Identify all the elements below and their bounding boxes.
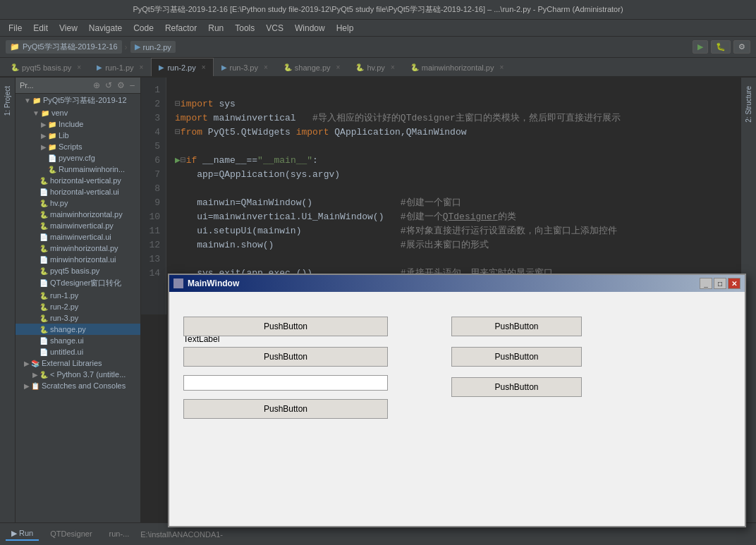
tab-run2[interactable]: ▶ run-2.py × [151, 58, 213, 76]
menu-edit[interactable]: Edit [28, 22, 54, 35]
dialog-title-icon [173, 278, 183, 288]
tree-run3[interactable]: ▶ 🐍 run-3.py [16, 312, 140, 324]
menu-code[interactable]: Code [128, 22, 159, 35]
file-icon-minwinhorizontal: 🐍 [39, 245, 48, 252]
tree-minwinhorizontal-py-label: minwinhorizontal.py [50, 244, 118, 252]
tree-qtdesigner[interactable]: ▶ 📄 QTdesigner窗口转化 [16, 276, 140, 290]
dialog-pushbutton-right-2[interactable]: PushButton [451, 347, 582, 367]
tree-runmain[interactable]: ▶ 🐍 Runmainwinhorin... [16, 164, 140, 175]
sidebar-header: Pr... ⊕ ↺ ⚙ – [16, 78, 140, 94]
run-icon: ▶ [11, 529, 17, 537]
tree-run1[interactable]: ▶ 🐍 run-1.py [16, 290, 140, 301]
dialog-pushbutton-left-2[interactable]: PushButton [183, 347, 388, 367]
bottom-tab-run[interactable]: ▶ Run [6, 527, 39, 541]
menu-navigate[interactable]: Navigate [83, 22, 128, 35]
menu-tools[interactable]: Tools [229, 22, 260, 35]
tree-run2[interactable]: ▶ 🐍 run-2.py [16, 301, 140, 312]
toolbar-settings-btn[interactable]: ⚙ [733, 40, 750, 54]
dialog-pushbutton-left-3[interactable]: PushButton [183, 399, 388, 419]
tree-lib[interactable]: ▶ 📁 Lib [16, 130, 140, 141]
tree-hv-ui-label: horizontal-vertical.ui [50, 188, 119, 196]
bottom-tab-qtdesigner[interactable]: QTDesigner [44, 528, 97, 541]
tree-runmain-label: Runmainwinhorin... [59, 165, 125, 173]
folder-icon-venv: 📁 [41, 109, 49, 117]
tab-hv-close[interactable]: × [391, 63, 395, 71]
tree-shange-py[interactable]: ▶ 🐍 shange.py [16, 324, 140, 335]
tree-venv[interactable]: ▼ 📁 venv [16, 107, 140, 118]
tab-run3[interactable]: ▶ run-3.py × [214, 58, 276, 76]
sidebar-sync-btn[interactable]: ↺ [104, 80, 114, 90]
tree-root[interactable]: ▼ 📁 PyQt5学习基础-2019-12 [16, 94, 140, 107]
tab-pyqt5basis[interactable]: 🐍 pyqt5 basis.py × [3, 58, 89, 76]
tab-hv-label: hv.py [367, 63, 384, 72]
tab-run3-icon: ▶ [221, 63, 227, 71]
tree-mainwinvertical-ui[interactable]: ▶ 📄 mainwinvertical.ui [16, 231, 140, 243]
tree-hv-py2[interactable]: ▶ 🐍 hv.py [16, 197, 140, 209]
tree-include-label: Include [59, 120, 83, 128]
arrow-include: ▶ [41, 121, 47, 128]
tab-run3-close[interactable]: × [264, 63, 268, 71]
tab-shange[interactable]: 🐍 shange.py × [276, 58, 348, 76]
tab-run1-close[interactable]: × [140, 63, 144, 71]
tab-hv[interactable]: 🐍 hv.py × [348, 58, 402, 76]
tab-bar: 🐍 pyqt5 basis.py × ▶ run-1.py × ▶ run-2.… [0, 58, 756, 78]
dialog-restore-btn[interactable]: □ [714, 278, 726, 289]
file-icon-hv2: 🐍 [39, 200, 48, 207]
dialog-pushbutton-right-3[interactable]: PushButton [451, 377, 582, 397]
tab-mainwinhorizontal[interactable]: 🐍 mainwinhorizontal.py × [403, 58, 512, 76]
tree-scratches-label: Scratches and Consoles [42, 381, 126, 390]
structure-panel-label[interactable]: 2: Structure [743, 80, 754, 128]
tab-run1[interactable]: ▶ run-1.py × [89, 58, 151, 76]
tree-mainwinvertical-py[interactable]: ▶ 🐍 mainwinvertical.py [16, 220, 140, 231]
sidebar-add-btn[interactable]: ⊕ [92, 80, 102, 90]
tab-pyqt5basis-label: pyqt5 basis.py [22, 63, 71, 72]
menu-help[interactable]: Help [331, 22, 360, 35]
tree-python37[interactable]: ▶ 🐍 < Python 3.7 (untitle... [16, 369, 140, 380]
tree-shange-ui[interactable]: ▶ 📄 shange.ui [16, 335, 140, 346]
tree-pyqt5basis[interactable]: ▶ 🐍 pyqt5 basis.py [16, 265, 140, 276]
tree-python37-label: < Python 3.7 (untitle... [50, 370, 126, 379]
tree-mainwinhorizontal[interactable]: ▶ 🐍 mainwinhorizontal.py [16, 209, 140, 220]
tree-untitled-ui[interactable]: ▶ 📄 untitled.ui [16, 346, 140, 357]
tree-hv-ui[interactable]: ▶ 📄 horizontal-vertical.ui [16, 186, 140, 197]
menu-vcs[interactable]: VCS [260, 22, 289, 35]
tab-run2-close[interactable]: × [202, 63, 206, 71]
tab-mainwinhorizontal-close[interactable]: × [499, 63, 504, 71]
tree-lib-label: Lib [59, 131, 69, 140]
tree-scripts[interactable]: ▶ 📁 Scripts [16, 141, 140, 152]
project-panel-label[interactable]: 1: Project [2, 80, 13, 121]
file-icon-qtdesigner: 📄 [39, 279, 48, 287]
dialog-minimize-btn[interactable]: _ [700, 278, 712, 289]
tree-include[interactable]: ▶ 📁 Include [16, 118, 140, 130]
tree-minwinhorizontal-py[interactable]: ▶ 🐍 minwinhorizontal.py [16, 243, 140, 254]
tree-external-libs[interactable]: ▶ 📚 External Libraries [16, 357, 140, 369]
menu-view[interactable]: View [54, 22, 83, 35]
tree-shange-ui-label: shange.ui [50, 336, 84, 345]
arrow-root: ▼ [24, 97, 31, 104]
menu-run[interactable]: Run [202, 22, 229, 35]
toolbar-project-label[interactable]: PyQt5学习基础-2019-12-16 [23, 42, 118, 52]
toolbar-debug-btn[interactable]: 🐛 [711, 40, 731, 54]
tree-hv-py[interactable]: ▶ 🐍 horizontal-vertical.py [16, 175, 140, 186]
tree-run2-label: run-2.py [50, 302, 78, 311]
dialog-title-bar[interactable]: MainWindow _ □ ✕ [169, 275, 745, 292]
tab-shange-icon: 🐍 [284, 63, 292, 71]
file-icon-untitled: 📄 [39, 348, 48, 356]
sidebar-minimize-btn[interactable]: – [128, 80, 136, 90]
dialog-input-box[interactable] [183, 375, 388, 391]
tree-pyvenv[interactable]: ▶ 📄 pyvenv.cfg [16, 152, 140, 164]
tree-scratches[interactable]: ▶ 📋 Scratches and Consoles [16, 380, 140, 391]
dialog-pushbutton-right-1[interactable]: PushButton [451, 317, 582, 336]
sidebar-settings-btn[interactable]: ⚙ [116, 80, 126, 90]
tab-shange-close[interactable]: × [336, 63, 341, 71]
dialog-close-btn[interactable]: ✕ [728, 278, 740, 289]
toolbar-file-label[interactable]: run-2.py [143, 43, 171, 51]
tab-pyqt5basis-close[interactable]: × [77, 63, 81, 71]
dialog-pushbutton-left-1[interactable]: PushButton [183, 317, 388, 336]
bottom-tab-run2[interactable]: run-... [104, 528, 135, 541]
menu-window[interactable]: Window [289, 22, 331, 35]
menu-file[interactable]: File [3, 22, 28, 35]
toolbar-run-btn[interactable]: ▶ [693, 40, 708, 54]
menu-refactor[interactable]: Refactor [159, 22, 202, 35]
tree-minwinhorizontal-ui[interactable]: ▶ 📄 minwinhorizontal.ui [16, 254, 140, 265]
